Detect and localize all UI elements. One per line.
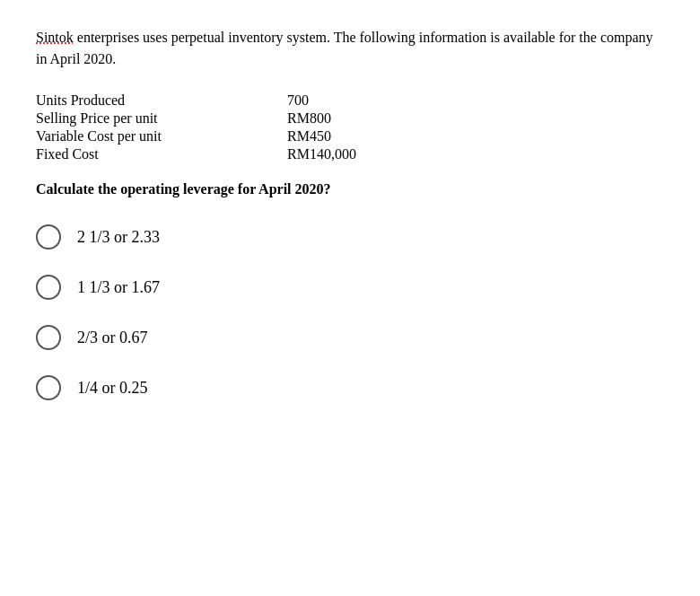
info-label: Selling Price per unit [36,110,233,127]
intro-paragraph: Sintok enterprises uses perpetual invent… [36,27,664,70]
info-value: RM140,000 [233,145,356,163]
info-value: RM450 [233,127,356,145]
radio-button[interactable] [36,224,61,250]
option-item[interactable]: 2 1/3 or 2.33 [36,224,664,250]
option-item[interactable]: 1/4 or 0.25 [36,375,664,400]
option-item[interactable]: 1 1/3 or 1.67 [36,275,664,300]
info-label: Fixed Cost [36,145,233,163]
radio-button[interactable] [36,375,61,400]
options-list: 2 1/3 or 2.331 1/3 or 1.672/3 or 0.671/4… [36,224,664,400]
info-label: Variable Cost per unit [36,127,233,145]
option-label: 2 1/3 or 2.33 [77,228,160,247]
question-text: Calculate the operating leverage for Apr… [36,181,664,197]
info-row: Units Produced700 [36,92,356,110]
intro-text: enterprises uses perpetual inventory sys… [36,30,653,66]
radio-button[interactable] [36,275,61,300]
option-label: 2/3 or 0.67 [77,329,148,347]
info-value: 700 [233,92,356,110]
option-label: 1 1/3 or 1.67 [77,278,160,297]
company-name: Sintok [36,30,74,45]
info-table: Units Produced700Selling Price per unitR… [36,92,356,163]
info-label: Units Produced [36,92,233,110]
info-row: Fixed CostRM140,000 [36,145,356,163]
radio-button[interactable] [36,325,61,350]
option-label: 1/4 or 0.25 [77,379,148,398]
info-row: Selling Price per unitRM800 [36,110,356,127]
option-item[interactable]: 2/3 or 0.67 [36,325,664,350]
info-value: RM800 [233,110,356,127]
info-row: Variable Cost per unitRM450 [36,127,356,145]
